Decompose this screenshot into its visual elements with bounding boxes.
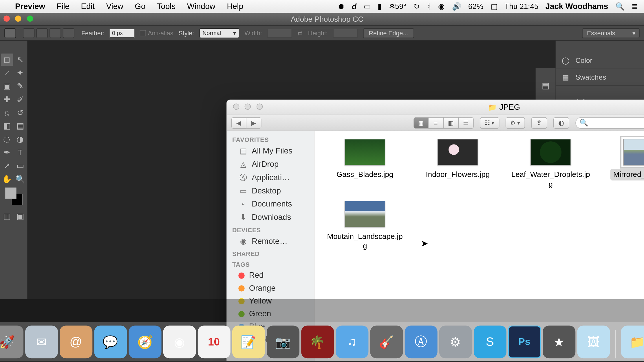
selection-subtract-button[interactable] (50, 28, 61, 38)
hand-tool[interactable]: ✋ (1, 173, 13, 185)
clock[interactable]: Thu 21:45 (504, 2, 538, 11)
selection-add-button[interactable] (36, 28, 48, 38)
menu-help[interactable]: Help (227, 2, 243, 11)
file-thumbnail[interactable] (345, 201, 385, 228)
dock-app-photobooth[interactable]: 📷 (266, 326, 299, 358)
sidebar-item-downloads[interactable]: ⬇Downloads (227, 211, 314, 224)
sidebar-item-documents[interactable]: ▫Documents (227, 197, 314, 211)
refine-edge-button[interactable]: Refine Edge... (363, 28, 414, 38)
eyedropper-tool[interactable]: ✎ (14, 80, 26, 92)
coverflow-view-button[interactable]: ☰ (459, 117, 474, 129)
volume-icon[interactable]: 🔊 (452, 2, 461, 11)
file-thumbnail[interactable] (623, 139, 644, 166)
sidebar-item-desktop[interactable]: ▭Desktop (227, 184, 314, 197)
file-name-label[interactable]: Moutain_Landscape.jpg (323, 231, 407, 253)
style-dropdown[interactable]: Normal (200, 28, 239, 38)
file-name-label[interactable]: Indoor_Flowers.jpg (423, 169, 492, 180)
window-close-button[interactable] (3, 15, 10, 21)
file-item[interactable]: Indoor_Flowers.jpg (414, 139, 502, 190)
dock-app-iphoto[interactable]: 🌴 (301, 326, 334, 358)
menu-go[interactable]: Go (135, 2, 146, 11)
share-button[interactable]: ⇪ (531, 117, 547, 129)
dock-app-messages[interactable]: 💬 (94, 326, 127, 358)
battery-percent[interactable]: 62% (468, 2, 483, 11)
dock-app-systemprefs[interactable]: ⚙ (439, 326, 472, 358)
selection-new-button[interactable] (23, 28, 34, 38)
history-brush-tool[interactable]: ↺ (14, 107, 26, 119)
screen-record-icon[interactable]: ⏺ (337, 2, 345, 11)
eraser-tool[interactable]: ◧ (1, 120, 13, 132)
sidebar-item-remote-[interactable]: ◉Remote… (227, 235, 314, 248)
arrange-dropdown[interactable]: ☷ ▾ (480, 117, 499, 129)
icon-view-button[interactable]: ▦ (414, 117, 429, 129)
battery-icon[interactable]: ▢ (491, 2, 497, 11)
history-panel-icon[interactable]: ▤ (539, 80, 552, 92)
menubar-extra-d-icon[interactable]: d (352, 2, 356, 11)
finder-zoom-button[interactable] (257, 103, 263, 109)
file-item[interactable]: Mirrored_Lake.jpg (599, 139, 644, 190)
feather-field[interactable]: 0 px (110, 29, 135, 38)
gradient-tool[interactable]: ▤ (14, 120, 26, 132)
dock-app-notes[interactable]: 📝 (232, 326, 265, 358)
timemachine-icon[interactable]: ↻ (414, 2, 420, 11)
menu-tools[interactable]: Tools (157, 2, 175, 11)
search-field[interactable]: 🔍 (575, 117, 644, 129)
dock-app-safari[interactable]: 🧭 (129, 326, 161, 358)
marquee-tool[interactable]: ◻ (1, 54, 13, 66)
airplay-icon[interactable]: ▭ (364, 2, 371, 11)
dock-app-preview[interactable]: 🖼 (577, 326, 610, 358)
move-tool[interactable]: ↖ (14, 54, 26, 66)
fast-user-switch[interactable]: Jack Woodhams (546, 2, 608, 11)
file-thumbnail[interactable] (438, 139, 478, 166)
search-input[interactable] (590, 119, 644, 126)
dock-app-calendar[interactable]: 10 (197, 326, 230, 358)
dock-app-skype[interactable]: S (473, 326, 506, 358)
dock-app-garageband[interactable]: 🎸 (370, 326, 403, 358)
file-name-label[interactable]: Mirrored_Lake.jpg (611, 169, 644, 180)
finder-titlebar[interactable]: 📁 JPEG ⤢ (227, 100, 644, 115)
notification-center-icon[interactable]: ≣ (632, 2, 638, 11)
menu-file[interactable]: File (57, 2, 69, 11)
blur-tool[interactable]: ◌ (1, 133, 13, 146)
finder-minimize-button[interactable] (245, 103, 251, 109)
menu-edit[interactable]: Edit (81, 2, 95, 11)
dock-downloads[interactable]: 📁 (621, 326, 644, 358)
brush-tool[interactable]: ✐ (14, 93, 26, 106)
file-item[interactable]: Gass_Blades.jpg (321, 139, 409, 190)
forward-button[interactable]: ▶ (246, 117, 261, 129)
tags-button[interactable]: ◐ (553, 117, 569, 129)
pen-tool[interactable]: ✒ (1, 147, 13, 159)
healing-brush-tool[interactable]: ✚ (1, 93, 13, 106)
battery-extra-icon[interactable]: ▮ (378, 2, 382, 11)
file-item[interactable]: Moutain_Landscape.jpg (321, 201, 409, 252)
screenmode-button[interactable]: ▣ (14, 210, 26, 223)
quickmask-button[interactable]: ◫ (1, 210, 13, 223)
menu-view[interactable]: View (106, 2, 123, 11)
selection-intersect-button[interactable] (63, 28, 74, 38)
path-selection-tool[interactable]: ↗ (1, 160, 13, 172)
sidebar-item-applicati-[interactable]: ⒶApplicati… (227, 171, 314, 184)
dock-app-launchpad[interactable]: 🚀 (0, 326, 23, 358)
zoom-tool[interactable]: 🔍 (14, 173, 26, 185)
dock-app-contacts[interactable]: @ (59, 326, 92, 358)
sidebar-item-all-my-files[interactable]: ▤All My Files (227, 144, 314, 158)
color-swatches[interactable] (5, 188, 22, 205)
spotlight-icon[interactable]: 🔍 (615, 2, 625, 11)
finder-close-button[interactable] (233, 103, 239, 109)
dock-app-imovie[interactable]: ★ (542, 326, 575, 358)
back-button[interactable]: ◀ (231, 117, 246, 129)
active-app-name[interactable]: Preview (15, 2, 45, 11)
shape-tool[interactable]: ▭ (14, 160, 26, 172)
dock-app-photoshop[interactable]: Ps (508, 326, 541, 358)
crop-tool[interactable]: ▣ (1, 80, 13, 92)
dock-app-itunes[interactable]: ♫ (336, 326, 368, 358)
dodge-tool[interactable]: ◑ (14, 133, 26, 146)
menu-window[interactable]: Window (187, 2, 215, 11)
sidebar-item-airdrop[interactable]: ◬AirDrop (227, 158, 314, 171)
weather-indicator[interactable]: ❄ 59° (389, 2, 407, 11)
file-item[interactable]: Leaf_Water_Droplets.jpg (506, 139, 595, 190)
window-zoom-button[interactable] (27, 15, 33, 21)
dock-app-mail[interactable]: ✉ (25, 326, 58, 358)
sidebar-tag-orange[interactable]: Orange (227, 282, 314, 295)
lasso-tool[interactable]: ⟋ (1, 67, 13, 79)
